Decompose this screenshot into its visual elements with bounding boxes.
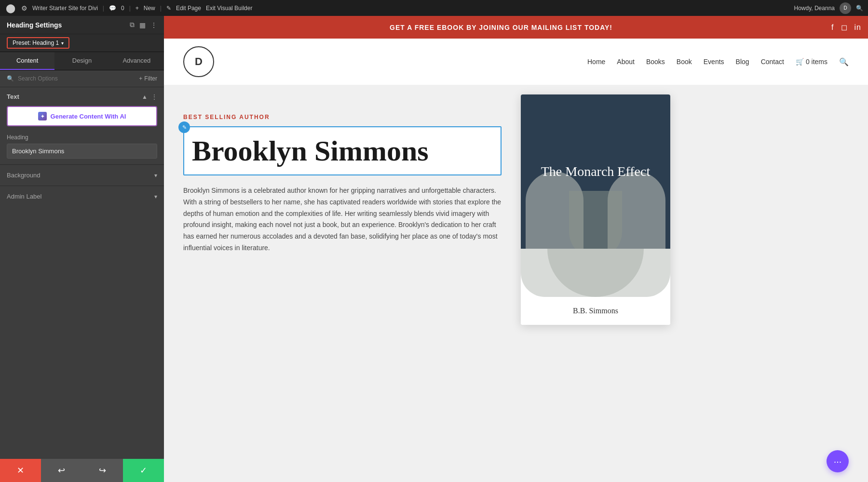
- redo-button[interactable]: ↪: [82, 459, 123, 482]
- nav-events[interactable]: Events: [704, 58, 724, 66]
- cancel-button[interactable]: ✕: [0, 459, 41, 482]
- heading-field-label: Heading: [7, 134, 157, 141]
- cart-basket-icon: 🛒: [796, 58, 804, 66]
- site-content: BEST SELLING AUTHOR ✎ Brooklyn Simmons B…: [164, 85, 868, 482]
- more-options-icon[interactable]: ⋮: [150, 21, 157, 29]
- preset-bar: Preset: Heading 1 ▾: [0, 34, 164, 52]
- save-icon: ✓: [140, 465, 147, 476]
- ai-button-label: Generate Content With AI: [51, 113, 126, 120]
- section-more-icon[interactable]: ⋮: [151, 94, 157, 100]
- admin-avatar[interactable]: D: [840, 2, 851, 14]
- admin-bar-new[interactable]: New: [144, 5, 155, 12]
- admin-bar-site-name[interactable]: Writer Starter Site for Divi: [32, 5, 98, 12]
- admin-label-chevron-icon: ▾: [154, 193, 157, 200]
- admin-bar-comment-icon: 💬: [109, 5, 116, 12]
- text-section-label: Text ▲ ⋮: [0, 87, 164, 104]
- admin-search-icon[interactable]: 🔍: [856, 5, 863, 12]
- book-bottom-shapes: [521, 249, 670, 297]
- nav-blog[interactable]: Blog: [736, 58, 749, 66]
- search-icon: 🔍: [7, 75, 14, 82]
- preset-label: Preset: Heading 1: [13, 40, 59, 46]
- linkedin-icon[interactable]: in: [854, 23, 861, 32]
- filter-plus-icon: +: [139, 75, 142, 82]
- nav-books[interactable]: Books: [646, 58, 665, 66]
- admin-bar-exit-builder[interactable]: Exit Visual Builder: [206, 5, 253, 12]
- admin-bar-left: ⬤ ⚙ Writer Starter Site for Divi | 💬 0 |…: [5, 2, 252, 14]
- sidebar-header: Heading Settings ⧉ ▦ ⋮: [0, 16, 164, 34]
- sidebar-title: Heading Settings: [7, 21, 62, 29]
- wp-logo-icon[interactable]: ⬤: [5, 2, 16, 14]
- filter-button[interactable]: + Filter: [139, 75, 157, 82]
- save-button[interactable]: ✓: [123, 459, 164, 482]
- settings-sidebar: Heading Settings ⧉ ▦ ⋮ Preset: Heading 1…: [0, 16, 164, 482]
- book-footer: B.B. Simmons: [521, 297, 670, 325]
- book-author: B.B. Simmons: [573, 307, 618, 315]
- instagram-icon[interactable]: ◻: [841, 23, 848, 32]
- admin-bar-sep1: |: [103, 5, 104, 12]
- book-title: The Monarch Effect: [531, 163, 660, 180]
- site-nav: Home About Books Book Events Blog Contac…: [587, 57, 849, 67]
- best-selling-label: BEST SELLING AUTHOR: [183, 114, 502, 120]
- bottom-bar: ✕ ↩ ↪ ✓: [0, 459, 164, 482]
- tab-advanced[interactable]: Advanced: [109, 52, 164, 70]
- heading-edit-icon[interactable]: ✎: [178, 121, 190, 133]
- floating-action-button[interactable]: ···: [827, 450, 849, 472]
- background-chevron-icon: ▾: [154, 172, 157, 179]
- heading-selected-box: ✎ Brooklyn Simmons: [183, 126, 502, 175]
- shape-center: [569, 191, 622, 249]
- nav-contact[interactable]: Contact: [761, 58, 784, 66]
- main-heading[interactable]: Brooklyn Simmons: [192, 135, 493, 167]
- admin-label-section[interactable]: Admin Label ▾: [0, 186, 164, 207]
- cancel-icon: ✕: [17, 465, 24, 476]
- heading-input[interactable]: [7, 144, 157, 159]
- content-left: BEST SELLING AUTHOR ✎ Brooklyn Simmons B…: [183, 114, 502, 254]
- nav-about[interactable]: About: [617, 58, 635, 66]
- admin-bar-howdy: Howdy, Deanna: [794, 5, 835, 12]
- background-section[interactable]: Background ▾: [0, 164, 164, 186]
- admin-bar-sep2: |: [129, 5, 131, 12]
- heading-field-group: Heading: [0, 132, 164, 164]
- book-bottom-arc: [547, 249, 644, 297]
- cart-icon[interactable]: 🛒 0 items: [796, 58, 827, 66]
- admin-bar-edit-icon: ✎: [166, 5, 171, 12]
- site-search-icon[interactable]: 🔍: [839, 57, 849, 67]
- promo-bar: GET A FREE EBOOK BY JOINING OUR MAILING …: [164, 16, 868, 39]
- fab-icon: ···: [834, 456, 842, 467]
- section-icons: ▲ ⋮: [142, 94, 157, 100]
- nav-home[interactable]: Home: [587, 58, 605, 66]
- social-icons: f ◻ in: [831, 23, 861, 32]
- admin-label-label: Admin Label: [7, 193, 41, 200]
- nav-book[interactable]: Book: [677, 58, 692, 66]
- body-text: Brooklyn Simmons is a celebrated author …: [183, 185, 502, 254]
- background-label: Background: [7, 172, 40, 179]
- tab-design[interactable]: Design: [54, 52, 109, 70]
- site-header: D Home About Books Book Events Blog Cont…: [164, 39, 868, 85]
- undo-button[interactable]: ↩: [41, 459, 82, 482]
- preset-button[interactable]: Preset: Heading 1 ▾: [7, 37, 69, 49]
- admin-bar-right: Howdy, Deanna D 🔍: [794, 2, 864, 14]
- filter-label: Filter: [144, 75, 157, 82]
- search-bar: 🔍 + Filter: [0, 70, 164, 87]
- preview-area: GET A FREE EBOOK BY JOINING OUR MAILING …: [164, 16, 868, 482]
- ai-generate-button[interactable]: ✦ Generate Content With AI: [7, 106, 157, 126]
- undo-icon: ↩: [58, 465, 65, 476]
- main-wrapper: Heading Settings ⧉ ▦ ⋮ Preset: Heading 1…: [0, 16, 868, 482]
- tab-content[interactable]: Content: [0, 52, 54, 70]
- facebook-icon[interactable]: f: [831, 23, 834, 32]
- columns-icon[interactable]: ▦: [139, 21, 146, 29]
- admin-bar-comment-count[interactable]: 0: [121, 5, 124, 12]
- search-options-input[interactable]: [18, 75, 135, 82]
- section-up-icon[interactable]: ▲: [142, 94, 148, 100]
- site-logo: D: [183, 46, 214, 77]
- book-card: The Monarch Effect B.B. Simmons: [521, 94, 670, 325]
- cart-count: 0 items: [806, 58, 827, 66]
- book-cover: The Monarch Effect: [521, 94, 670, 249]
- sidebar-tabs: Content Design Advanced: [0, 52, 164, 70]
- admin-bar-edit-page[interactable]: Edit Page: [176, 5, 201, 12]
- admin-bar-sep3: |: [160, 5, 162, 12]
- copy-icon[interactable]: ⧉: [130, 21, 135, 29]
- promo-text: GET A FREE EBOOK BY JOINING OUR MAILING …: [171, 24, 831, 31]
- ai-icon: ✦: [38, 112, 47, 120]
- preset-chevron-icon: ▾: [61, 40, 64, 46]
- admin-bar-site-icon: ⚙: [21, 4, 27, 12]
